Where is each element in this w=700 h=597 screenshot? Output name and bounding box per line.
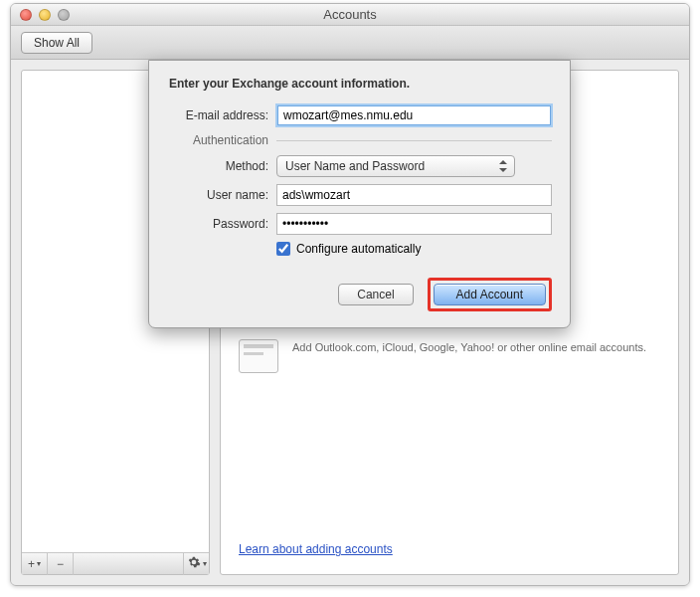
show-all-button[interactable]: Show All: [21, 32, 92, 54]
username-field[interactable]: [276, 184, 552, 206]
password-label: Password:: [167, 217, 268, 231]
toolbar: Show All: [11, 26, 689, 60]
email-field[interactable]: [276, 104, 552, 126]
other-email-description: Add Outlook.com, iCloud, Google, Yahoo! …: [292, 339, 646, 373]
configure-auto-checkbox[interactable]: [276, 242, 290, 256]
method-select[interactable]: User Name and Password: [276, 155, 515, 177]
password-field[interactable]: [276, 213, 552, 235]
settings-menu-button[interactable]: ▾: [183, 553, 209, 575]
method-label: Method:: [167, 159, 268, 173]
sidebar-footer: + ▾ − ▾: [22, 552, 209, 574]
accounts-window: Accounts Show All + ▾ − ▾: [10, 3, 690, 586]
add-account-button[interactable]: Add Account: [434, 284, 546, 305]
authentication-label: Authentication: [167, 133, 268, 147]
divider: [276, 140, 552, 141]
exchange-account-dialog: Enter your Exchange account information.…: [148, 60, 571, 328]
method-value: User Name and Password: [285, 159, 425, 173]
window-title: Accounts: [11, 7, 689, 22]
configure-auto-label: Configure automatically: [296, 242, 421, 256]
minus-icon: −: [57, 557, 64, 571]
remove-account-button[interactable]: −: [48, 553, 74, 575]
username-label: User name:: [167, 188, 268, 202]
learn-link[interactable]: Learn about adding accounts: [239, 542, 393, 556]
titlebar: Accounts: [11, 4, 689, 26]
plus-icon: +: [28, 557, 35, 571]
email-label: E-mail address:: [167, 108, 268, 122]
gear-icon: [187, 555, 201, 572]
add-account-highlight: Add Account: [428, 278, 552, 311]
chevron-down-icon: ▾: [203, 559, 207, 568]
chevron-down-icon: ▾: [37, 559, 41, 568]
mail-icon: [239, 339, 278, 373]
cancel-button[interactable]: Cancel: [338, 284, 413, 305]
dialog-heading: Enter your Exchange account information.: [169, 77, 552, 91]
other-email-option[interactable]: Add Outlook.com, iCloud, Google, Yahoo! …: [239, 339, 660, 373]
add-account-button[interactable]: + ▾: [22, 553, 48, 575]
